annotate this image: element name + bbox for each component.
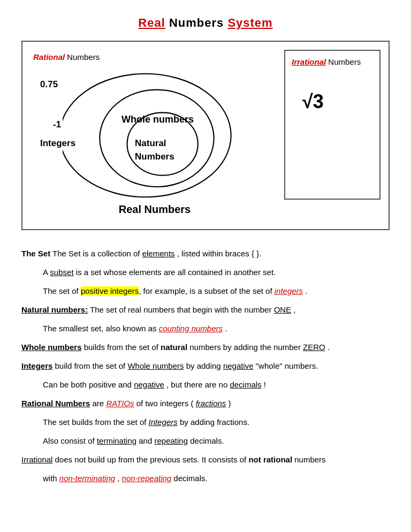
subset-line: A subset is a set whose elements are all… — [43, 265, 390, 279]
title-system: System — [227, 16, 272, 29]
subset-prefix: A — [43, 268, 50, 277]
also-line: Also consist of terminating and repeatin… — [43, 434, 390, 448]
rational-numbers-label: Numbers — [65, 52, 100, 62]
whole-text: builds from the set of — [82, 343, 161, 352]
set-prefix: The Set is a collection of — [52, 249, 142, 258]
rational-suffix: ) — [226, 399, 231, 408]
pi-mid: , for example, is a subset of the set of — [139, 286, 274, 295]
rational-text: are — [90, 399, 106, 408]
natural-heading: Natural numbers: — [21, 305, 88, 314]
value-075: 0.75 — [40, 79, 58, 90]
rational-mid: of two integers ( — [134, 399, 196, 408]
non-terminating-link: non-terminating — [59, 474, 115, 483]
value-neg1: -1 — [53, 119, 61, 130]
whole-mid: numbers by adding the number — [187, 343, 303, 352]
pi-suffix: . — [303, 286, 307, 295]
sqrt3-value: √3 — [302, 90, 373, 113]
positive-integers-highlight: positive integers — [81, 286, 139, 295]
rational-heading: Rational Numbers — [21, 399, 90, 408]
natural-blank: ONE — [274, 305, 292, 314]
builds-prefix: The set builds from the set of — [43, 417, 149, 427]
integers-mid: by adding — [184, 361, 223, 370]
subset-blank: subset — [50, 268, 73, 277]
whole-bold: natural — [161, 343, 187, 352]
can-be-line: Can be both positive and negative , but … — [43, 377, 390, 392]
irrational-box-label: Irrational Numbers — [292, 57, 373, 66]
irrational-suffix-text: numbers — [292, 455, 326, 464]
not-rational-bold: not rational — [248, 455, 292, 464]
also-prefix: Also consist of — [43, 436, 97, 445]
rational-line: Rational Numbers are RATIOs of two integ… — [21, 396, 390, 411]
label-real-bottom: Real Numbers — [119, 203, 191, 216]
integers-link: integers — [275, 286, 303, 295]
irrational-italic-label: Irrational — [292, 57, 326, 66]
terminating-link: terminating — [97, 436, 136, 445]
counting-line: The smallest set, also known as counting… — [43, 321, 390, 336]
with-suffix: decimals. — [171, 474, 208, 483]
counting-suffix: . — [223, 324, 227, 333]
builds-blank: Integers — [149, 417, 178, 427]
also-mid: and — [136, 436, 154, 445]
positive-integers-line: The set of positive integers, for exampl… — [43, 284, 390, 298]
non-repeating-link: non-repeating — [122, 474, 172, 483]
label-whole-numbers: Whole numbers — [121, 114, 194, 125]
integers-text: build from the set of — [52, 361, 127, 370]
set-suffix: , listed within braces { }. — [175, 249, 262, 258]
label-natural-2: Numbers — [135, 151, 174, 162]
integers-suffix: "whole" numbers. — [254, 361, 318, 370]
set-label: The Set — [21, 249, 50, 258]
rational-italic: Rational — [33, 52, 65, 62]
fractions-link: fractions — [196, 399, 226, 408]
integers-line: Integers build from the set of Whole num… — [21, 359, 390, 373]
page-title: Real Numbers System — [21, 16, 390, 30]
natural-line: Natural numbers: The set of real numbers… — [21, 302, 390, 317]
can-be-neg: negative — [134, 380, 164, 389]
set-blank: elements — [142, 249, 175, 258]
can-be-suffix: ! — [262, 380, 266, 389]
rational-label: Rational Numbers — [33, 52, 100, 62]
irrational-numbers-label: Numbers — [326, 57, 361, 66]
whole-blank: ZERO — [303, 343, 325, 352]
integers-link-neg: negative — [223, 361, 254, 370]
whole-suffix: . — [325, 343, 330, 352]
text-content: The Set The Set is a collection of eleme… — [21, 246, 390, 485]
builds-suffix: by adding fractions. — [178, 417, 249, 427]
irrational-box: Irrational Numbers √3 — [284, 50, 380, 200]
diagram-outer-box: Rational Numbers 0.75 -1 Integers Whole … — [21, 41, 390, 230]
irrational-text: does not build up from the previous sets… — [52, 455, 248, 464]
whole-line: Whole numbers builds from the set of nat… — [21, 340, 390, 354]
with-prefix: with — [43, 474, 59, 483]
counting-blank: counting numbers — [159, 324, 223, 333]
title-numbers: Numbers — [165, 16, 228, 29]
can-be-prefix: Can be both positive and — [43, 380, 134, 389]
integers-heading: Integers — [21, 361, 52, 370]
ratios-link: RATIOs — [106, 399, 134, 408]
with-line: with non-terminating , non-repeating dec… — [43, 471, 390, 485]
natural-text: The set of real numbers that begin with … — [88, 305, 273, 314]
subset-suffix: is a set whose elements are all containe… — [74, 268, 276, 277]
set-line: The Set The Set is a collection of eleme… — [21, 246, 390, 261]
also-suffix: decimals. — [188, 436, 224, 445]
ovals-svg — [63, 66, 234, 205]
with-mid: , — [115, 474, 122, 483]
can-be-dec: decimals — [230, 380, 261, 389]
natural-comma: , — [291, 305, 295, 314]
svg-point-0 — [63, 74, 231, 197]
diagram-area: Rational Numbers 0.75 -1 Integers Whole … — [31, 50, 279, 221]
title-real: Real — [138, 16, 165, 29]
label-natural-1: Natural — [135, 138, 166, 149]
builds-line: The set builds from the set of Integers … — [43, 415, 390, 429]
whole-heading: Whole numbers — [21, 343, 82, 352]
irrational-heading-text: Irrational — [21, 455, 52, 464]
pi-prefix: The set of — [43, 286, 81, 295]
irrational-line: Irrational does not build up from the pr… — [21, 452, 390, 467]
can-be-mid: , but there are no — [164, 380, 230, 389]
integers-blank: Whole numbers — [127, 361, 184, 370]
repeating-link: repeating — [154, 436, 188, 445]
counting-prefix: The smallest set, also known as — [43, 324, 159, 333]
